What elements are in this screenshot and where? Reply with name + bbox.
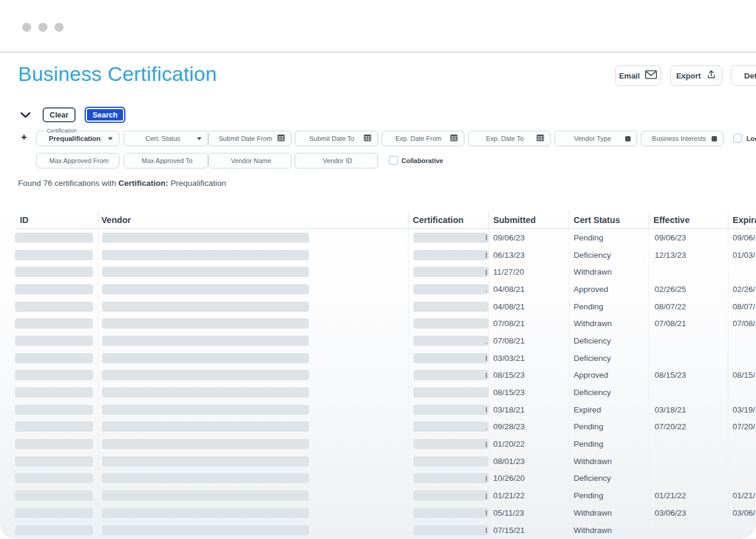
redacted-certification-pill xyxy=(413,508,488,518)
submitted-cell: 01/21/22 xyxy=(488,487,569,504)
detail-button[interactable]: Detail xyxy=(731,65,756,86)
search-button[interactable]: Search xyxy=(85,107,125,123)
table-row[interactable]: 08/15/23 Deficiency xyxy=(15,384,756,401)
table-row[interactable]: l 08/15/23 Approved 08/15/23 08/15/ xyxy=(15,367,756,384)
calendar-icon xyxy=(364,133,371,144)
certification-cell xyxy=(408,298,488,315)
redaction-remnant: l xyxy=(485,439,487,448)
submitted-cell: 07/08/21 xyxy=(488,332,569,350)
expiration-cell xyxy=(728,522,756,539)
filled-square-icon xyxy=(625,136,631,141)
expiration-cell xyxy=(728,263,756,281)
redaction-remnant: l xyxy=(485,267,487,276)
submitted-cell: 04/08/21 xyxy=(488,281,569,298)
export-button[interactable]: Export xyxy=(670,65,722,86)
table-row[interactable]: l 10/26/20 Deficiency xyxy=(15,470,756,487)
effective-cell xyxy=(649,332,728,350)
status-cell: Deficiency xyxy=(569,332,649,350)
column-header-effective[interactable]: Effective xyxy=(649,211,728,228)
id-cell xyxy=(15,281,98,298)
id-cell xyxy=(15,263,98,281)
effective-cell xyxy=(649,263,728,281)
status-cell: Withdrawn xyxy=(569,315,649,332)
table-row[interactable]: 07/08/21 Withdrawn 07/08/21 07/08/ xyxy=(15,315,756,332)
submitted-cell: 09/28/23 xyxy=(488,418,569,436)
table-row[interactable]: l 03/18/21 Expired 03/18/21 03/19/ xyxy=(15,401,756,418)
max-approved-from-field[interactable]: Max Approved From xyxy=(36,153,119,168)
column-header-submitted[interactable]: Submitted xyxy=(488,211,569,228)
email-button[interactable]: Email xyxy=(615,65,661,86)
column-header-expiration[interactable]: Expiration xyxy=(728,211,756,228)
vendor-cell xyxy=(98,229,408,246)
submitted-cell: 03/18/21 xyxy=(488,401,569,418)
submit-date-to-field[interactable]: Submit Date To xyxy=(295,131,378,146)
id-cell xyxy=(15,367,98,384)
expiration-cell xyxy=(728,470,756,487)
local-checkbox[interactable] xyxy=(733,134,742,143)
vendor-name-placeholder: Vendor Name xyxy=(217,157,285,164)
table-row[interactable]: l 07/15/21 Withdrawn xyxy=(15,522,756,539)
column-header-cert-status[interactable]: Cert Status xyxy=(569,211,649,228)
export-button-label: Export xyxy=(676,71,701,80)
redacted-id-pill xyxy=(15,284,93,294)
expiration-cell xyxy=(728,350,756,367)
table-row[interactable]: 08/01/23 Withdrawn xyxy=(15,453,756,470)
redacted-certification-pill xyxy=(413,405,488,415)
redacted-vendor-pill xyxy=(102,302,309,312)
table-row[interactable]: l 05/11/23 Withdrawn 03/06/23 03/06/ xyxy=(15,504,756,522)
redacted-certification-pill xyxy=(413,525,488,535)
window-dot-icon xyxy=(22,23,31,32)
table-row[interactable]: l 01/20/22 Pending xyxy=(15,435,756,453)
exp-date-from-field[interactable]: Exp. Date From xyxy=(382,131,464,146)
status-cell: Deficiency xyxy=(569,384,649,401)
max-approved-to-field[interactable]: Max Approved To xyxy=(124,153,208,168)
table-row[interactable]: . 09/28/23 Pending 07/20/22 07/20/ xyxy=(15,418,756,436)
redacted-id-pill xyxy=(15,387,93,398)
submit-date-from-field[interactable]: Submit Date From xyxy=(208,131,292,146)
vendor-cell xyxy=(98,384,408,401)
expiration-cell: 08/15/ xyxy=(728,367,756,384)
status-cell: Approved xyxy=(569,367,649,384)
redacted-id-pill xyxy=(15,473,93,483)
certification-select[interactable]: Certification Prequalification xyxy=(36,131,119,146)
redacted-certification-pill xyxy=(413,318,488,329)
redacted-vendor-pill xyxy=(102,370,309,380)
column-header-vendor[interactable]: Vendor xyxy=(98,211,408,228)
table-row[interactable]: 04/08/21 Pending 08/07/22 08/07/ xyxy=(15,298,756,315)
table-row[interactable]: . 07/08/21 Deficiency xyxy=(15,332,756,350)
redaction-remnant: . xyxy=(485,285,487,294)
redacted-id-pill xyxy=(15,370,93,380)
cert-status-select[interactable]: Cert. Status xyxy=(124,131,208,146)
add-filter-plus-icon[interactable]: + xyxy=(21,131,27,143)
expiration-cell: 03/06/ xyxy=(728,504,756,522)
collapse-filters-chevron-down-icon[interactable] xyxy=(20,110,31,121)
effective-cell: 08/07/22 xyxy=(649,298,728,315)
expiration-cell xyxy=(728,453,756,470)
exp-date-to-field[interactable]: Exp. Date To xyxy=(468,131,551,146)
business-interests-multiselect[interactable]: Business Interests xyxy=(641,131,724,146)
status-cell: Deficiency xyxy=(569,470,649,487)
certification-cell: . xyxy=(408,281,488,298)
redacted-vendor-pill xyxy=(102,473,309,483)
table-row[interactable]: l 11/27/20 Withdrawn xyxy=(15,263,756,281)
status-cell: Approved xyxy=(569,281,649,298)
certification-select-value: Prequalification xyxy=(45,135,104,142)
column-header-certification[interactable]: Certification xyxy=(408,211,488,228)
vendor-name-field[interactable]: Vendor Name xyxy=(208,153,292,168)
table-row[interactable]: l 09/06/23 Pending 09/06/23 09/06/ xyxy=(15,229,756,246)
clear-button[interactable]: Clear xyxy=(43,107,76,122)
table-row[interactable]: . 04/08/21 Approved 02/26/25 02/26/ xyxy=(15,281,756,298)
submitted-cell: 08/15/23 xyxy=(488,384,569,401)
redacted-vendor-pill xyxy=(102,421,309,432)
table-row[interactable]: l 01/21/22 Pending 01/21/22 01/21/ xyxy=(15,487,756,504)
table-row[interactable]: l 03/03/21 Deficiency xyxy=(15,350,756,367)
vendor-type-multiselect[interactable]: Vendor Type xyxy=(554,131,637,146)
vendor-id-field[interactable]: Vendor ID xyxy=(295,153,378,168)
column-header-id[interactable]: ID xyxy=(15,211,98,228)
id-cell xyxy=(15,401,98,418)
redacted-vendor-pill xyxy=(102,233,309,243)
table-row[interactable]: l 06/13/23 Deficiency 12/13/23 01/03/ xyxy=(15,246,756,264)
effective-cell: 03/06/23 xyxy=(649,504,728,522)
collaborative-checkbox[interactable] xyxy=(389,156,398,165)
redacted-certification-pill xyxy=(413,439,488,449)
